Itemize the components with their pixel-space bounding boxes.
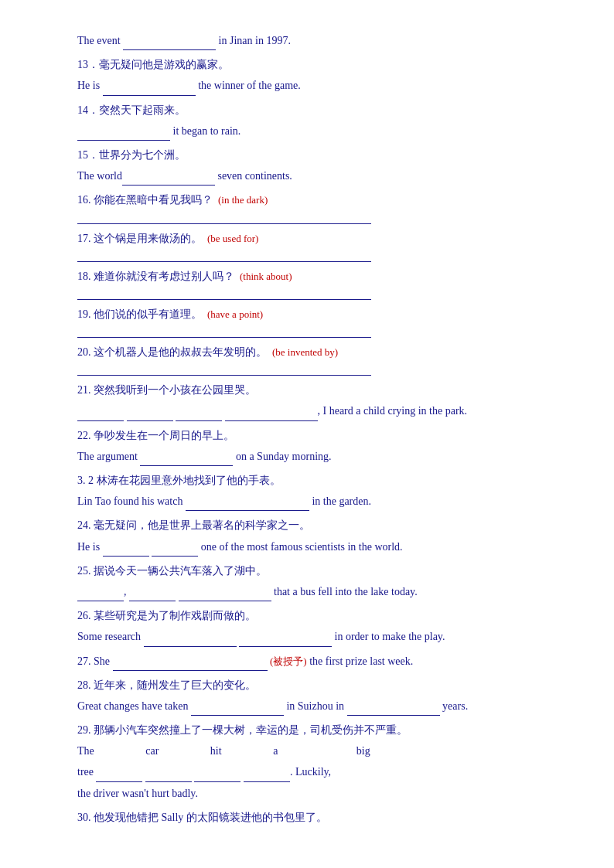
blank-q25c [179,589,271,601]
question-header: The event in Jinan in 1997. [77,31,552,50]
q22-chinese: 22. 争吵发生在一个周日的早上。 [77,426,552,445]
blank-q28a [191,703,284,716]
q24-chinese: 24. 毫无疑问，他是世界上最著名的科学家之一。 [77,516,552,535]
blank-header [123,38,216,50]
blank-q23 [186,499,309,511]
question-24: 24. 毫无疑问，他是世界上最著名的科学家之一。 He is one of th… [77,516,552,556]
blank-q29d [244,770,290,782]
q27-hint: (被授予) [270,655,307,667]
question-26: 26. 某些研究是为了制作戏剧而做的。 Some research in ord… [77,606,552,646]
q18-hint: (think about) [240,271,292,282]
q13-chinese: 13．毫无疑问他是游戏的赢家。 [77,55,552,74]
q14-english: it began to rain. [77,121,552,141]
question-22: 22. 争吵发生在一个周日的早上。 The argument on a Sund… [77,426,552,466]
q23-chinese: 3. 2 林涛在花园里意外地找到了他的手表。 [77,471,552,490]
blank-q13 [103,83,196,96]
q15-chinese: 15．世界分为七个洲。 [77,145,552,165]
q28-english: Great changes have taken in Suizhou in y… [77,696,552,716]
header-english: The event in Jinan in 1997. [77,31,552,50]
blank-q14 [77,128,170,141]
question-25: 25. 据说今天一辆公共汽车落入了湖中。 , that a bus fell i… [77,561,552,601]
q29-english-line1: The car hit a big [77,741,552,761]
q17-answer-line [77,250,371,262]
blank-q21c [176,409,222,421]
q26-english: Some research in order to make the play. [77,627,552,646]
q19-answer-line [77,325,371,338]
question-21: 21. 突然我听到一个小孩在公园里哭。 , I heard a child cr… [77,380,552,420]
q17-chinese: 17. 这个锅是用来做汤的。 (be used for) [77,229,552,248]
q15-english: The world seven continents. [77,166,552,186]
question-20: 20. 这个机器人是他的叔叔去年发明的。 (be invented by) [77,342,552,376]
q18-chinese: 18. 难道你就没有考虑过别人吗？ (think about) [77,267,552,286]
blank-q22 [140,454,233,466]
blank-q24a [103,544,149,557]
question-29: 29. 那辆小汽车突然撞上了一棵大树，幸运的是，司机受伤并不严重。 The ca… [77,720,552,803]
q16-chinese: 16. 你能在黑暗中看见我吗？ (in the dark) [77,190,552,209]
q21-english: , I heard a child crying in the park. [77,401,552,420]
blank-q21a [77,409,124,421]
question-27: 27. She (被授予) the first prize last week. [77,652,552,671]
q14-chinese: 14．突然天下起雨来。 [77,100,552,120]
blank-q29c [194,770,240,782]
q22-english: The argument on a Sunday morning. [77,447,552,466]
q20-answer-line [77,363,371,376]
q28-chinese: 28. 近年来，随州发生了巨大的变化。 [77,676,552,695]
blank-q26b [239,635,332,647]
q19-hint: (have a point) [207,308,263,320]
blank-q27 [113,659,268,671]
blank-q29a [96,770,142,782]
q29-chinese: 29. 那辆小汽车突然撞上了一棵大树，幸运的是，司机受伤并不严重。 [77,720,552,740]
q13-english: He is the winner of the game. [77,76,552,95]
q25-chinese: 25. 据说今天一辆公共汽车落入了湖中。 [77,561,552,580]
question-14: 14．突然天下起雨来。 it began to rain. [77,100,552,141]
blank-q24b [152,544,198,557]
q29-english-line3: the driver wasn't hurt badly. [77,784,552,803]
question-18: 18. 难道你就没有考虑过别人吗？ (think about) [77,267,552,300]
question-19: 19. 他们说的似乎有道理。 (have a point) [77,305,552,338]
q26-chinese: 26. 某些研究是为了制作戏剧而做的。 [77,606,552,625]
document-content: The event in Jinan in 1997. 13．毫无疑问他是游戏的… [77,31,552,827]
q25-english: , that a bus fell into the lake today. [77,582,552,601]
q18-answer-line [77,288,371,300]
question-23: 3. 2 林涛在花园里意外地找到了他的手表。 Lin Tao found his… [77,471,552,511]
blank-q15 [122,173,215,186]
question-15: 15．世界分为七个洲。 The world seven continents. [77,145,552,186]
blank-q29b [145,770,192,782]
q19-chinese: 19. 他们说的似乎有道理。 (have a point) [77,305,552,324]
q29-english-line2: tree . Luckily, [77,762,552,781]
q23-english: Lin Tao found his watch in the garden. [77,492,552,511]
question-17: 17. 这个锅是用来做汤的。 (be used for) [77,229,552,262]
q27-english: 27. She (被授予) the first prize last week. [77,652,552,671]
q20-hint: (be invented by) [272,346,338,358]
blank-q21d [225,409,318,421]
blank-q25a [77,589,124,601]
q24-english: He is one of the most famous scientists … [77,537,552,557]
q20-chinese: 20. 这个机器人是他的叔叔去年发明的。 (be invented by) [77,342,552,362]
blank-q28b [347,703,440,716]
question-13: 13．毫无疑问他是游戏的赢家。 He is the winner of the … [77,55,552,95]
blank-q26a [144,635,237,647]
question-28: 28. 近年来，随州发生了巨大的变化。 Great changes have t… [77,676,552,716]
q16-hint: (in the dark) [218,194,268,206]
blank-q25b [129,589,176,601]
q30-chinese: 30. 他发现他错把 Sally 的太阳镜装进他的书包里了。 [77,808,552,827]
question-30: 30. 他发现他错把 Sally 的太阳镜装进他的书包里了。 [77,808,552,827]
q21-chinese: 21. 突然我听到一个小孩在公园里哭。 [77,380,552,400]
blank-q21b [127,409,173,421]
question-16: 16. 你能在黑暗中看见我吗？ (in the dark) [77,190,552,223]
q16-answer-line [77,212,371,224]
q17-hint: (be used for) [207,233,258,244]
